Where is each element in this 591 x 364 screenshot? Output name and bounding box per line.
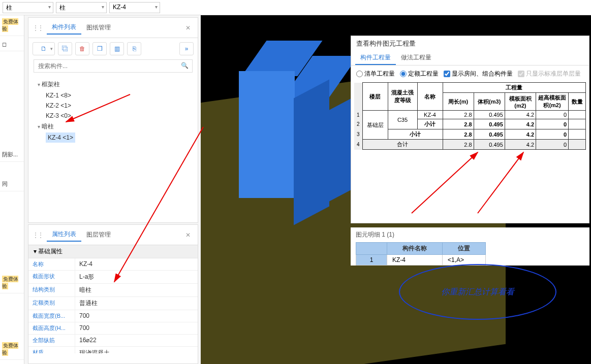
component-tree: 框架柱 KZ-1 <8> KZ-2 <1> KZ-3 <0> 暗柱 KZ-4 <… xyxy=(28,77,198,145)
tab-property-list[interactable]: 属性列表 xyxy=(47,228,81,242)
th-qty-group: 工程量 xyxy=(443,83,586,93)
tree-item-kz2[interactable]: KZ-2 <1> xyxy=(34,101,193,111)
th-grade: 混凝土强度等级 xyxy=(388,83,417,111)
prop-label: 截面形状 xyxy=(28,271,75,283)
edge-item-4[interactable]: 免费体验 xyxy=(0,273,24,293)
side-tabs: ⋮⋮ 构件列表 图纸管理 ✕ xyxy=(28,18,198,38)
th-perimeter: 周长(m) xyxy=(443,93,474,111)
property-grid: ▾ 基础属性 名称KZ-4截面形状L-a形结构类别暗柱定额类别普通柱截面宽度(B… xyxy=(28,245,198,353)
search-row: 🔍 xyxy=(28,59,198,77)
prop-value[interactable]: 现浇混凝土 xyxy=(75,347,198,353)
copy2-button[interactable]: ❐ xyxy=(92,42,107,55)
tab-component-qty[interactable]: 构件工程量 xyxy=(355,51,396,65)
search-input[interactable] xyxy=(34,59,193,73)
detail-title: 图元明细 1 (1) xyxy=(351,227,589,242)
property-row[interactable]: 截面形状L-a形 xyxy=(28,271,198,284)
radio-list-qty[interactable]: 清单工程量 xyxy=(356,70,395,78)
edge-item-sync[interactable]: 同 xyxy=(0,177,24,191)
edge-item-5[interactable]: 免费体验 xyxy=(0,339,24,360)
component-toolbar: 🗋 ⿻ 🗑 ❐ ▥ ⎘ » xyxy=(28,38,198,59)
checkbox-show-room[interactable]: 显示房间、组合构件量 xyxy=(444,70,513,78)
edge-item-1b[interactable]: ◻ xyxy=(0,38,24,51)
tab-method-qty[interactable]: 做法工程量 xyxy=(396,51,437,65)
category-dropdown-1[interactable]: 柱 xyxy=(3,2,53,13)
component-list-panel: ⋮⋮ 构件列表 图纸管理 ✕ 🗋 ⿻ 🗑 ❐ ▥ ⎘ » 🔍 框架柱 KZ-1 … xyxy=(28,17,198,223)
category-dropdown-2[interactable]: 柱 xyxy=(56,2,107,13)
prop-value[interactable]: 16⌀22 xyxy=(75,335,198,346)
filter-options: 清单工程量 定额工程量 显示房间、组合构件量 只显示标准层单层量 xyxy=(351,65,589,82)
new-button[interactable]: 🗋 xyxy=(33,42,55,55)
prop-label: 截面高度(H... xyxy=(28,322,75,334)
grip-icon[interactable]: ⋮⋮ xyxy=(33,24,43,31)
table-row[interactable]: 4合计2.80.4954.20 xyxy=(354,140,586,150)
prop-label: 名称 xyxy=(28,258,75,270)
tree-item-kz1[interactable]: KZ-1 <8> xyxy=(34,90,193,101)
close-icon[interactable]: ✕ xyxy=(182,23,194,32)
quantity-view-panel: 查看构件图元工程量 构件工程量 做法工程量 清单工程量 定额工程量 显示房间、组… xyxy=(351,36,589,223)
property-row[interactable]: 名称KZ-4 xyxy=(28,258,198,271)
search-icon: 🔍 xyxy=(181,62,189,69)
prop-value[interactable]: L-a形 xyxy=(75,271,198,283)
layer-button[interactable]: ▥ xyxy=(110,42,124,55)
property-row[interactable]: 结构类别暗柱 xyxy=(28,284,198,297)
quantity-table: 楼层 混凝土强度等级 名称 工程量 周长(m) 体积(m3) 模板面积(m2) … xyxy=(354,82,586,150)
prop-label: 全部纵筋 xyxy=(28,335,75,346)
element-detail-panel: 图元明细 1 (1) 构件名称 位置 1 KZ-4 <1,A> xyxy=(351,227,589,266)
annotation-ellipse: 你重新汇总计算看看 xyxy=(399,264,556,320)
detail-table: 构件名称 位置 1 KZ-4 <1,A> xyxy=(356,242,486,266)
property-row[interactable]: 截面宽度(B...700 xyxy=(28,310,198,322)
prop-value[interactable]: 普通柱 xyxy=(75,297,198,310)
table-row[interactable]: 1基础层C35KZ-42.80.4954.20 xyxy=(354,111,586,119)
component-dropdown[interactable]: KZ-4 xyxy=(109,2,160,13)
export-button[interactable]: ⎘ xyxy=(127,42,141,55)
tree-group-frame-column[interactable]: 框架柱 xyxy=(34,79,193,90)
edge-item-1[interactable]: 免费体验 xyxy=(0,15,24,36)
prop-label: 材质 xyxy=(28,347,75,353)
tree-group-hidden-column[interactable]: 暗柱 xyxy=(34,121,193,133)
delete-button[interactable]: 🗑 xyxy=(75,42,89,55)
th-formwork: 模板面积(m2) xyxy=(505,93,536,111)
prop-value[interactable]: 700 xyxy=(75,310,198,322)
property-row[interactable]: 全部纵筋16⌀22 xyxy=(28,335,198,347)
th-position: 位置 xyxy=(443,243,486,255)
prop-value[interactable]: 700 xyxy=(75,322,198,334)
property-panel: ⋮⋮ 属性列表 图层管理 ✕ ▾ 基础属性 名称KZ-4截面形状L-a形结构类别… xyxy=(28,224,198,364)
tab-layer-mgmt[interactable]: 图层管理 xyxy=(81,228,116,241)
tab-component-list[interactable]: 构件列表 xyxy=(47,21,81,35)
tree-item-kz3[interactable]: KZ-3 <0> xyxy=(34,111,193,121)
grip-icon[interactable]: ⋮⋮ xyxy=(33,231,43,239)
detail-idx-header xyxy=(356,243,387,255)
property-row[interactable]: 材质现浇混凝土 xyxy=(28,347,198,353)
property-row[interactable]: 定额类别普通柱 xyxy=(28,297,198,310)
property-row[interactable]: 截面高度(H...700 xyxy=(28,322,198,335)
prop-value[interactable]: 暗柱 xyxy=(75,284,198,296)
th-high-formwork: 超高模板面积(m2) xyxy=(536,93,569,111)
copy-button[interactable]: ⿻ xyxy=(58,42,72,55)
prop-tabs: ⋮⋮ 属性列表 图层管理 ✕ xyxy=(28,225,198,245)
table-row[interactable]: 3小计2.80.4954.20 xyxy=(354,129,586,140)
tree-item-kz4[interactable]: KZ-4 <1> xyxy=(46,133,75,143)
prop-label: 定额类别 xyxy=(28,297,75,310)
checkbox-std-floor[interactable]: 只显示标准层单层量 xyxy=(518,70,581,78)
radio-quota-qty[interactable]: 定额工程量 xyxy=(400,70,439,78)
panel-title: 查看构件图元工程量 xyxy=(351,36,589,51)
prop-value[interactable]: KZ-4 xyxy=(75,258,198,270)
th-volume: 体积(m3) xyxy=(474,93,505,111)
column-3d-model[interactable] xyxy=(239,41,351,213)
th-floor: 楼层 xyxy=(362,83,388,111)
th-component-name: 构件名称 xyxy=(387,243,443,255)
left-edge-bar: 免费体验 ◻ 阴影... 同 免费体验 免费体验 xyxy=(0,15,24,364)
more-button[interactable]: » xyxy=(179,42,194,55)
prop-label: 截面宽度(B... xyxy=(28,310,75,322)
tab-drawing-mgmt[interactable]: 图纸管理 xyxy=(81,21,116,34)
quantity-tabs: 构件工程量 做法工程量 xyxy=(351,51,589,65)
close-icon[interactable]: ✕ xyxy=(182,230,194,240)
th-count: 数量 xyxy=(569,93,586,111)
property-group-basic[interactable]: ▾ 基础属性 xyxy=(28,245,198,258)
top-bar: 柱 柱 KZ-4 xyxy=(0,0,591,15)
th-name: 名称 xyxy=(417,83,443,111)
detail-row[interactable]: 1 KZ-4 <1,A> xyxy=(356,255,486,266)
edge-item-shadow[interactable]: 阴影... xyxy=(0,148,24,162)
prop-label: 结构类别 xyxy=(28,284,75,296)
annotation-text: 你重新汇总计算看看 xyxy=(441,287,514,297)
